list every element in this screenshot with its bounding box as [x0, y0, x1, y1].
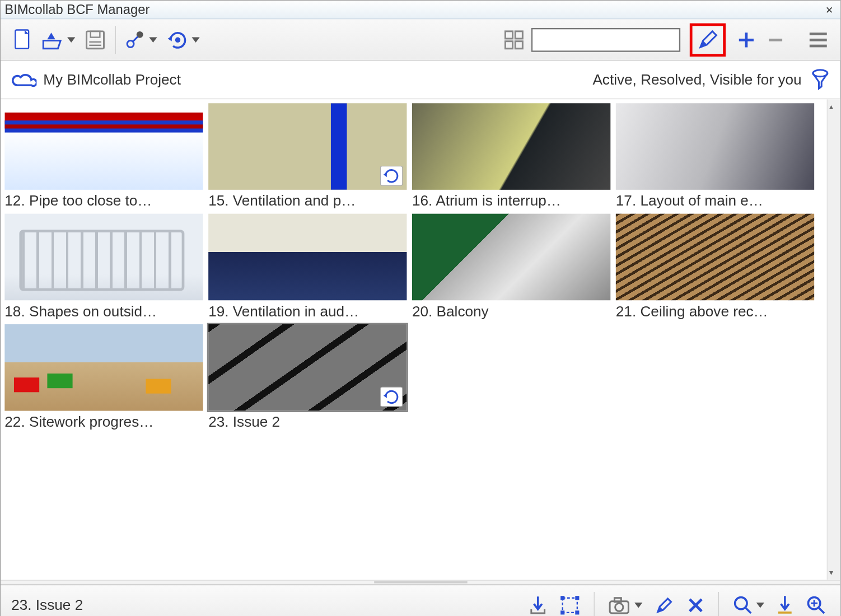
project-bar: My BIMcollab Project Active, Resolved, V… — [1, 60, 840, 99]
svg-line-32 — [746, 608, 751, 613]
zoom-in-button[interactable] — [803, 591, 830, 616]
svg-point-8 — [175, 37, 181, 43]
svg-line-36 — [819, 608, 824, 613]
issue-tile[interactable]: 15. Ventilation and p… — [208, 103, 407, 209]
svg-rect-4 — [89, 44, 101, 45]
svg-rect-21 — [563, 598, 577, 612]
sync-button[interactable] — [163, 26, 202, 53]
svg-rect-28 — [614, 598, 621, 601]
edit-issue-highlight — [690, 23, 726, 56]
vertical-scrollbar[interactable]: ▴ ▾ — [827, 99, 840, 580]
issue-label: 12. Pipe too close to… — [4, 190, 203, 210]
svg-rect-17 — [810, 38, 827, 41]
baseline-button[interactable] — [774, 591, 796, 616]
svg-rect-22 — [560, 596, 564, 600]
svg-rect-1 — [87, 31, 104, 48]
chevron-down-icon — [67, 37, 75, 43]
chevron-down-icon — [634, 602, 642, 608]
cloud-icon — [11, 70, 36, 88]
new-file-button[interactable] — [10, 26, 35, 54]
filter-summary: Active, Resolved, Visible for you — [592, 71, 801, 88]
issue-label: 21. Ceiling above rec… — [616, 300, 814, 320]
issue-label: 23. Issue 2 — [208, 411, 407, 431]
project-name: My BIMcollab Project — [43, 71, 181, 88]
edit-issue-button[interactable] — [697, 29, 719, 51]
sync-badge-icon — [380, 387, 403, 407]
svg-rect-11 — [505, 41, 512, 48]
issue-thumbnail[interactable] — [616, 214, 814, 301]
issue-thumbnail[interactable] — [412, 214, 610, 301]
search-input[interactable] — [531, 27, 680, 52]
issue-label: 19. Ventilation in aud… — [208, 300, 407, 320]
issue-grid: 12. Pipe too close to…15. Ventilation an… — [1, 99, 827, 580]
open-file-button[interactable] — [39, 27, 78, 52]
svg-rect-18 — [810, 44, 827, 47]
issue-tile[interactable]: 21. Ceiling above rec… — [616, 214, 814, 320]
svg-rect-23 — [575, 596, 579, 600]
issue-thumbnail[interactable] — [208, 103, 407, 190]
scroll-down-icon[interactable]: ▾ — [829, 568, 833, 577]
issue-tile[interactable]: 22. Sitework progres… — [4, 324, 203, 431]
issue-tile[interactable]: 12. Pipe too close to… — [4, 103, 203, 209]
chevron-down-icon — [191, 37, 199, 43]
svg-rect-12 — [515, 41, 522, 48]
remove-issue-button[interactable] — [763, 27, 788, 52]
chevron-down-icon — [756, 602, 764, 608]
import-button[interactable] — [526, 591, 550, 616]
issue-thumbnail[interactable] — [4, 214, 203, 301]
issue-label: 16. Atrium is interrup… — [412, 190, 610, 210]
issue-thumbnail[interactable] — [616, 103, 814, 190]
chevron-down-icon — [149, 37, 157, 43]
issue-tile[interactable]: 19. Ventilation in aud… — [208, 214, 407, 320]
filter-button[interactable] — [811, 68, 829, 91]
edit-viewpoint-button[interactable] — [652, 592, 677, 616]
issue-label: 22. Sitework progres… — [4, 411, 203, 431]
svg-rect-9 — [505, 31, 512, 38]
svg-rect-2 — [91, 31, 100, 37]
issue-thumbnail[interactable] — [208, 324, 407, 411]
delete-viewpoint-button[interactable] — [684, 593, 708, 616]
titlebar: BIMcollab BCF Manager ✕ — [1, 1, 840, 19]
menu-button[interactable] — [806, 29, 831, 51]
issue-tile[interactable]: 17. Layout of main e… — [616, 103, 814, 209]
splitter-handle[interactable] — [1, 580, 840, 585]
selection-box-button[interactable] — [557, 591, 583, 616]
issue-tile[interactable]: 18. Shapes on outsid… — [4, 214, 203, 320]
window-title: BIMcollab BCF Manager — [4, 2, 149, 17]
issue-tile[interactable]: 23. Issue 2 — [208, 324, 407, 431]
share-button[interactable] — [123, 26, 160, 53]
main-toolbar — [1, 19, 840, 60]
issue-thumbnail[interactable] — [208, 214, 407, 301]
svg-point-31 — [735, 597, 747, 609]
selected-issue-label: 23. Issue 2 — [11, 596, 83, 614]
add-issue-button[interactable] — [733, 27, 759, 52]
issue-label: 18. Shapes on outsid… — [4, 300, 203, 320]
issue-label: 20. Balcony — [412, 300, 610, 320]
sync-badge-icon — [380, 166, 403, 186]
svg-point-27 — [615, 603, 623, 611]
issue-label: 15. Ventilation and p… — [208, 190, 407, 210]
svg-rect-24 — [560, 610, 564, 614]
svg-rect-10 — [515, 31, 522, 38]
save-button[interactable] — [82, 26, 109, 53]
issue-thumbnail[interactable] — [4, 324, 203, 411]
scroll-up-icon[interactable]: ▴ — [829, 102, 833, 111]
svg-rect-16 — [810, 32, 827, 35]
status-bar: 23. Issue 2 — [1, 585, 840, 616]
close-icon[interactable]: ✕ — [823, 4, 837, 15]
issue-label: 17. Layout of main e… — [616, 190, 814, 210]
issue-thumbnail[interactable] — [4, 103, 203, 190]
camera-button[interactable] — [605, 593, 645, 616]
grid-view-button[interactable] — [501, 26, 527, 53]
svg-line-7 — [133, 36, 138, 42]
svg-rect-3 — [89, 41, 101, 42]
issue-thumbnail[interactable] — [412, 103, 610, 190]
issue-tile[interactable]: 20. Balcony — [412, 214, 610, 320]
issue-tile[interactable]: 16. Atrium is interrup… — [412, 103, 610, 209]
zoom-button[interactable] — [730, 591, 767, 616]
svg-rect-25 — [575, 610, 579, 614]
